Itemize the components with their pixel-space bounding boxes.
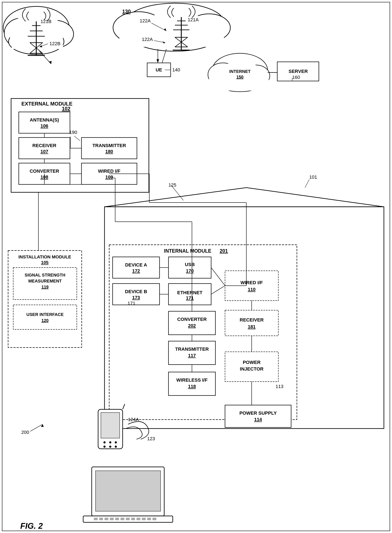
svg-text:INTERNET: INTERNET (229, 69, 251, 74)
svg-rect-55 (19, 163, 70, 184)
svg-rect-104 (168, 341, 215, 365)
svg-text:201: 201 (220, 248, 228, 254)
svg-marker-71 (104, 188, 384, 207)
svg-rect-61 (81, 163, 137, 184)
svg-text:124A: 124A (128, 417, 139, 422)
svg-line-165 (305, 180, 309, 188)
svg-text:WIRELESS I/F: WIRELESS I/F (176, 377, 208, 383)
svg-point-16 (215, 62, 265, 89)
svg-text:118: 118 (188, 384, 196, 389)
svg-line-144 (39, 44, 48, 47)
svg-line-122 (211, 286, 225, 294)
svg-text:110: 110 (248, 287, 256, 292)
svg-text:119: 119 (41, 285, 48, 289)
svg-text:181: 181 (248, 324, 256, 329)
svg-text:101: 101 (309, 174, 317, 180)
svg-text:140: 140 (172, 67, 180, 73)
svg-text:121A: 121A (188, 17, 199, 22)
svg-line-151 (154, 41, 165, 43)
svg-point-8 (188, 14, 230, 42)
svg-rect-11 (119, 26, 224, 47)
svg-rect-191 (121, 518, 124, 520)
svg-marker-145 (39, 45, 42, 47)
svg-point-12 (212, 53, 268, 88)
svg-text:WIRED I/F: WIRED I/F (240, 280, 263, 285)
svg-text:160: 160 (292, 75, 300, 80)
svg-text:POWER: POWER (243, 360, 260, 365)
svg-rect-17 (209, 74, 269, 91)
svg-text:INSTALLATION MODULE: INSTALLATION MODULE (18, 254, 71, 259)
svg-text:123: 123 (147, 436, 155, 441)
svg-point-180 (109, 445, 111, 448)
svg-rect-196 (147, 518, 151, 520)
diagram-container: UE SERVER EXTERNAL MODULE 102 ANTENNA(S)… (0, 0, 392, 533)
svg-rect-197 (153, 518, 156, 520)
svg-text:105: 105 (41, 260, 48, 265)
svg-text:CONVERTER: CONVERTER (30, 168, 59, 174)
svg-point-0 (3, 6, 69, 49)
svg-rect-49 (19, 112, 70, 133)
diagram-svg: UE SERVER EXTERNAL MODULE 102 ANTENNA(S)… (0, 0, 392, 533)
svg-rect-187 (99, 518, 103, 520)
svg-marker-149 (164, 28, 166, 31)
svg-point-7 (113, 12, 164, 44)
svg-rect-95 (168, 283, 211, 305)
svg-text:102: 102 (62, 106, 70, 111)
svg-point-179 (103, 445, 106, 448)
svg-text:FIG. 2: FIG. 2 (20, 521, 43, 530)
svg-rect-184 (96, 471, 161, 511)
svg-text:USB: USB (185, 262, 195, 267)
svg-rect-80 (13, 305, 77, 329)
svg-text:122B: 122B (50, 41, 60, 46)
svg-marker-44 (49, 61, 52, 64)
svg-text:POWER SUPPLY: POWER SUPPLY (239, 410, 277, 416)
svg-text:ETHERNET: ETHERNET (177, 290, 203, 295)
svg-point-10 (134, 13, 215, 47)
svg-rect-89 (113, 283, 159, 305)
svg-text:122A: 122A (140, 18, 151, 23)
svg-point-178 (115, 441, 117, 444)
svg-rect-116 (225, 405, 291, 427)
svg-text:107: 107 (41, 149, 48, 154)
svg-text:MEASUREMENT: MEASUREMENT (28, 279, 62, 283)
svg-rect-38 (277, 62, 319, 81)
svg-rect-83 (109, 245, 297, 420)
svg-rect-52 (19, 138, 70, 159)
svg-text:UE: UE (156, 67, 162, 73)
svg-line-148 (151, 23, 166, 31)
svg-point-6 (126, 3, 224, 42)
svg-point-176 (103, 441, 106, 444)
svg-rect-183 (92, 467, 164, 516)
svg-rect-113 (225, 352, 278, 382)
svg-rect-76 (13, 268, 77, 300)
svg-rect-192 (126, 518, 130, 520)
svg-text:173: 173 (132, 295, 140, 300)
svg-text:INTERNAL MODULE: INTERNAL MODULE (164, 248, 211, 254)
svg-line-169 (30, 424, 43, 431)
svg-text:125: 125 (168, 182, 176, 188)
svg-text:SIGNAL STRENGTH: SIGNAL STRENGTH (25, 273, 65, 277)
svg-text:180: 180 (105, 149, 113, 154)
svg-rect-195 (142, 518, 146, 520)
svg-text:EXTERNAL MODULE: EXTERNAL MODULE (21, 101, 73, 107)
svg-line-121 (211, 268, 225, 286)
svg-point-15 (216, 73, 263, 92)
svg-line-161 (74, 136, 80, 141)
svg-rect-107 (168, 372, 215, 395)
svg-point-177 (109, 441, 111, 444)
svg-text:DEVICE B: DEVICE B (125, 289, 147, 294)
svg-rect-58 (81, 138, 137, 159)
svg-point-3 (9, 29, 64, 54)
svg-text:124B: 124B (136, 500, 147, 505)
svg-rect-5 (12, 32, 63, 49)
svg-text:171: 171 (127, 301, 135, 306)
svg-rect-98 (225, 271, 278, 301)
svg-line-182 (123, 404, 125, 409)
svg-text:109: 109 (105, 174, 113, 180)
svg-marker-41 (157, 59, 159, 63)
svg-text:130: 130 (122, 9, 131, 14)
svg-text:DEVICE A: DEVICE A (125, 262, 147, 268)
svg-text:TRANSMITTER: TRANSMITTER (92, 143, 126, 148)
svg-line-23 (30, 43, 43, 53)
svg-text:INJECTOR: INJECTOR (240, 366, 264, 372)
